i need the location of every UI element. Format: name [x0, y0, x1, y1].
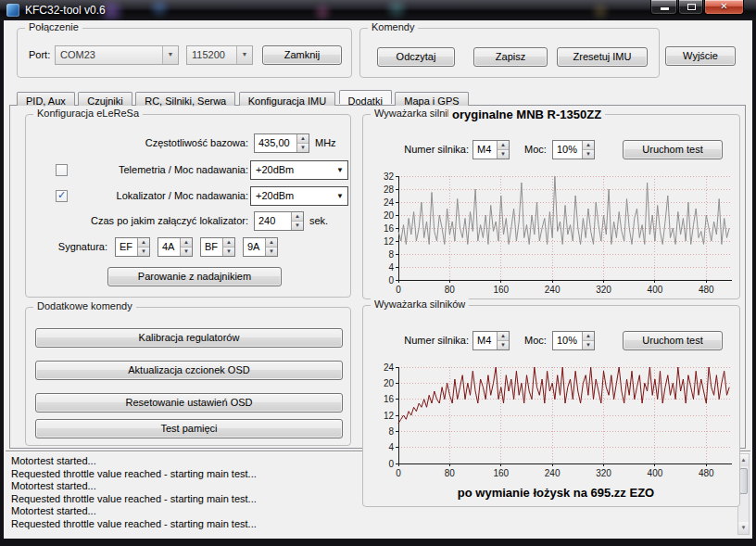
spin-up-icon[interactable]: ▲: [583, 332, 594, 340]
vibration-chart-1: 048121620242832080160240320400480: [374, 169, 737, 300]
tab-rc-silniki-serwa[interactable]: RC, Silniki, Serwa: [135, 92, 235, 106]
motor-number-value-2: M4: [477, 335, 491, 346]
spin-up-icon[interactable]: ▲: [292, 212, 303, 221]
tab-czujniki[interactable]: Czujniki: [78, 92, 132, 106]
frequency-spinner[interactable]: 435,00 ▲▼: [254, 133, 309, 153]
tab-mapa-i-gps[interactable]: Mapa i GPS: [395, 92, 468, 106]
scroll-down-icon[interactable]: ▼: [738, 522, 749, 534]
spin-down-icon[interactable]: ▼: [138, 247, 149, 256]
aero-glass-decoration: [0, 0, 756, 20]
locator-power-select[interactable]: +20dBm ▼: [250, 186, 348, 206]
spin-up-icon[interactable]: ▲: [583, 141, 594, 149]
svg-text:20: 20: [384, 378, 395, 388]
commands-group-label: Komendy: [368, 21, 418, 32]
power-label-1: Moc:: [524, 144, 547, 155]
close-port-button[interactable]: Zamknij: [262, 45, 342, 65]
dropdown-arrow-box: ▼: [162, 46, 178, 64]
app-window: KFC32-tool v0.6 ✕ Połączenie Port: COM23…: [0, 0, 756, 546]
signature-spinner-1[interactable]: EF ▲▼: [115, 237, 150, 257]
svg-text:0: 0: [388, 275, 394, 286]
motor-number-spinner-2[interactable]: M4 ▲▼: [472, 331, 510, 350]
svg-text:240: 240: [545, 468, 561, 478]
window-controls: ✕: [649, 0, 744, 15]
spin-down-icon[interactable]: ▼: [498, 149, 509, 159]
memory-test-button[interactable]: Test pamięci: [35, 419, 343, 438]
spin-up-icon[interactable]: ▲: [297, 134, 309, 143]
run-test-button-2[interactable]: Uruchom test: [623, 331, 723, 350]
port-label: Port:: [29, 49, 50, 60]
telemetry-power-select[interactable]: +20dBm ▼: [250, 160, 348, 180]
spin-up-icon[interactable]: ▲: [498, 332, 509, 340]
power-label-2: Moc:: [524, 335, 547, 346]
maximize-button[interactable]: [678, 0, 703, 15]
spin-up-icon[interactable]: ▲: [138, 238, 149, 247]
motor-number-spinner-1[interactable]: M4 ▲▼: [472, 140, 510, 159]
spin-down-icon[interactable]: ▼: [498, 340, 509, 349]
spin-down-icon[interactable]: ▼: [181, 247, 192, 256]
minimize-icon: [661, 7, 669, 10]
signature-spinner-4[interactable]: 9A ▲▼: [243, 237, 278, 257]
scrollbar-thumb[interactable]: [739, 468, 748, 494]
spin-down-icon[interactable]: ▼: [583, 149, 594, 159]
spin-down-icon[interactable]: ▼: [266, 247, 277, 256]
signature-value-4: 9A: [247, 241, 259, 252]
locator-delay-value: 240: [258, 215, 275, 226]
read-button[interactable]: Odczytaj: [377, 47, 455, 67]
locator-delay-spinner[interactable]: 240 ▲▼: [254, 211, 304, 231]
power-value-2: 10%: [557, 335, 577, 346]
exit-button[interactable]: Wyjście: [665, 46, 736, 66]
power-value-1: 10%: [557, 144, 577, 155]
pair-transmitter-button[interactable]: Parowanie z nadajnikiem: [107, 267, 282, 286]
minimize-button[interactable]: [650, 0, 677, 15]
motor-number-label-2: Numer silnika:: [391, 335, 469, 346]
chart-annotation-original-bearings: oryginalne MNB R-1350ZZ: [448, 108, 605, 121]
close-button[interactable]: ✕: [704, 0, 744, 15]
run-test-button-1[interactable]: Uruchom test: [623, 140, 723, 159]
spin-down-icon[interactable]: ▼: [223, 247, 234, 256]
vibration-chart-2: 04812162024080160240320400480: [374, 360, 737, 484]
tab-pid-aux[interactable]: PID, Aux: [17, 92, 75, 106]
spin-up-icon[interactable]: ▲: [498, 141, 509, 149]
tab-konfiguracja-imu[interactable]: Konfiguracja IMU: [239, 92, 335, 106]
signature-label: Sygnatura:: [33, 241, 107, 252]
baud-select[interactable]: 115200 ▼: [186, 45, 253, 65]
signature-value-2: 4A: [162, 241, 174, 252]
connection-group-label: Połączenie: [25, 21, 82, 32]
dodatki-tab-page: Konfiguracja eLeReSa Częstotliwość bazow…: [9, 105, 746, 449]
tab-dodatki[interactable]: Dodatki: [339, 90, 392, 104]
svg-text:20: 20: [384, 210, 395, 221]
update-osd-fonts-button[interactable]: Aktualizacja czcionek OSD: [35, 361, 343, 380]
dropdown-arrow-icon: ▼: [336, 192, 344, 200]
port-value: COM23: [60, 49, 95, 60]
spin-down-icon[interactable]: ▼: [292, 221, 303, 230]
power-spinner-2[interactable]: 10% ▲▼: [552, 331, 595, 350]
spin-up-icon[interactable]: ▲: [181, 238, 192, 247]
svg-text:400: 400: [648, 468, 663, 478]
svg-text:240: 240: [545, 285, 561, 295]
port-select[interactable]: COM23 ▼: [55, 45, 179, 65]
calibrate-regulators-button[interactable]: Kalibracja regulatorów: [35, 328, 343, 348]
svg-text:80: 80: [445, 285, 456, 295]
chart-annotation-new-bearings: po wymianie łożysk na 695.zz EZO: [374, 486, 737, 500]
locator-delay-unit: sek.: [309, 215, 328, 226]
spin-down-icon[interactable]: ▼: [583, 340, 594, 349]
baud-value: 115200: [192, 49, 225, 60]
spin-down-icon[interactable]: ▼: [297, 143, 309, 152]
reset-osd-settings-button[interactable]: Resetowanie ustawień OSD: [35, 393, 343, 413]
signature-spinner-2[interactable]: 4A ▲▼: [158, 237, 193, 257]
svg-text:4: 4: [388, 262, 394, 273]
svg-text:4: 4: [388, 442, 394, 452]
spin-up-icon[interactable]: ▲: [223, 238, 234, 247]
save-button[interactable]: Zapisz: [473, 47, 548, 67]
signature-spinner-3[interactable]: BF ▲▼: [200, 237, 235, 257]
extra-commands-group: Dodatkowe komendy Kalibracja regulatorów…: [25, 307, 351, 446]
reset-imu-button[interactable]: Zresetuj IMU: [557, 47, 648, 67]
power-spinner-1[interactable]: 10% ▲▼: [552, 140, 595, 159]
svg-text:160: 160: [493, 468, 509, 478]
client-area: Połączenie Port: COM23 ▼ 115200 ▼ Zamkni…: [4, 20, 752, 539]
locator-power-label: Lokalizator / Moc nadawania:: [33, 190, 248, 201]
base-frequency-label: Częstotliwość bazowa:: [33, 137, 248, 148]
spin-up-icon[interactable]: ▲: [266, 238, 277, 247]
svg-text:8: 8: [388, 249, 394, 260]
svg-text:480: 480: [699, 468, 714, 478]
